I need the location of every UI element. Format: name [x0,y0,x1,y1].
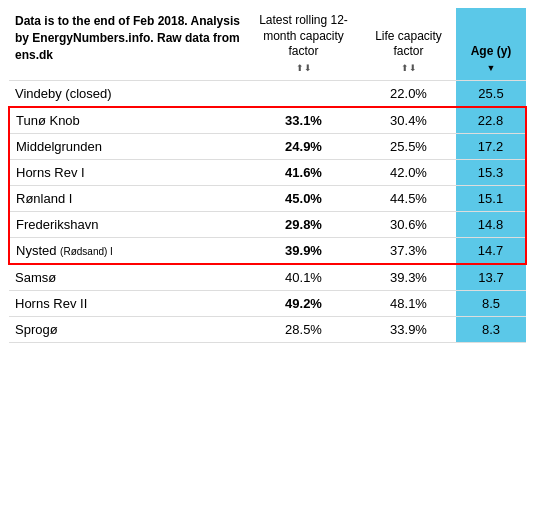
row-age: 14.7 [456,238,526,265]
row-latest-val: 33.1% [285,113,322,128]
col-age-label: Age (y) [471,44,512,58]
row-name: Nysted (Rødsand) I [9,238,246,265]
row-age: 8.5 [456,291,526,317]
row-name-sub: (Rødsand) I [60,246,113,257]
row-age: 25.5 [456,81,526,108]
row-name: Tunø Knob [9,107,246,134]
row-age: 8.3 [456,317,526,343]
table-row: Nysted (Rødsand) I39.9%37.3%14.7 [9,238,526,265]
col-age-header[interactable]: Age (y) ▼ [456,8,526,81]
row-life: 44.5% [361,186,456,212]
row-latest: 29.8% [246,212,361,238]
row-life: 42.0% [361,160,456,186]
table-row: Frederikshavn29.8%30.6%14.8 [9,212,526,238]
row-name: Horns Rev II [9,291,246,317]
row-latest: 28.5% [246,317,361,343]
data-table: Data is to the end of Feb 2018. Analysis… [8,8,527,343]
row-life: 22.0% [361,81,456,108]
col-latest-label: Latest rolling 12-month capacity factor [259,13,348,58]
row-age: 14.8 [456,212,526,238]
row-latest: 49.2% [246,291,361,317]
row-age: 13.7 [456,264,526,291]
row-life: 30.6% [361,212,456,238]
col-life-header[interactable]: Life capacity factor ⬆⬇ [361,8,456,81]
row-latest: 33.1% [246,107,361,134]
row-age: 15.3 [456,160,526,186]
info-text: Data is to the end of Feb 2018. Analysis… [15,14,240,62]
table-body: Vindeby (closed)22.0%25.5Tunø Knob33.1%3… [9,81,526,343]
row-name: Frederikshavn [9,212,246,238]
row-latest-val: 45.0% [285,191,322,206]
table-info-header: Data is to the end of Feb 2018. Analysis… [9,8,246,81]
row-latest-val: 24.9% [285,139,322,154]
row-name: Sprogø [9,317,246,343]
row-latest: 24.9% [246,134,361,160]
table-row: Horns Rev I41.6%42.0%15.3 [9,160,526,186]
row-latest-val: 29.8% [285,217,322,232]
row-life: 37.3% [361,238,456,265]
row-name-main: Nysted [16,243,56,258]
sort-arrow-age[interactable]: ▼ [487,63,496,75]
row-age: 17.2 [456,134,526,160]
row-life: 33.9% [361,317,456,343]
row-name: Horns Rev I [9,160,246,186]
row-latest: 45.0% [246,186,361,212]
row-name: Samsø [9,264,246,291]
table-row: Middelgrunden24.9%25.5%17.2 [9,134,526,160]
row-name: Middelgrunden [9,134,246,160]
row-life: 30.4% [361,107,456,134]
col-latest-header[interactable]: Latest rolling 12-month capacity factor … [246,8,361,81]
row-latest: 39.9% [246,238,361,265]
row-latest: 40.1% [246,264,361,291]
row-age: 15.1 [456,186,526,212]
table-row: Horns Rev II49.2%48.1%8.5 [9,291,526,317]
table-wrapper: Data is to the end of Feb 2018. Analysis… [0,0,535,351]
row-latest: 41.6% [246,160,361,186]
col-life-label: Life capacity factor [375,29,442,59]
row-latest-val: 41.6% [285,165,322,180]
table-row: Sprogø28.5%33.9%8.3 [9,317,526,343]
row-age: 22.8 [456,107,526,134]
table-row: Samsø40.1%39.3%13.7 [9,264,526,291]
table-row: Vindeby (closed)22.0%25.5 [9,81,526,108]
table-row: Tunø Knob33.1%30.4%22.8 [9,107,526,134]
row-latest [246,81,361,108]
row-name: Rønland I [9,186,246,212]
sort-arrow-latest[interactable]: ⬆⬇ [296,63,312,75]
row-life: 25.5% [361,134,456,160]
row-latest-val: 49.2% [285,296,322,311]
row-life: 39.3% [361,264,456,291]
sort-arrow-life[interactable]: ⬆⬇ [401,63,417,75]
row-life: 48.1% [361,291,456,317]
row-latest-val: 39.9% [285,243,322,258]
row-name: Vindeby (closed) [9,81,246,108]
table-row: Rønland I45.0%44.5%15.1 [9,186,526,212]
